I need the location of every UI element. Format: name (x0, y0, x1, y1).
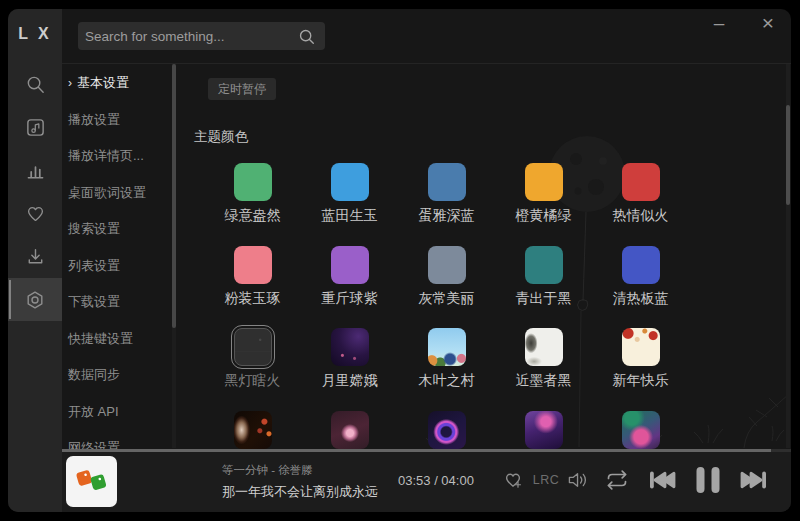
theme-swatch[interactable] (331, 411, 369, 449)
theme-name: 重斤球紫 (322, 291, 378, 305)
theme-name: 蓝田生玉 (322, 208, 378, 222)
settings-nav-item[interactable]: 下载设置 (62, 284, 174, 321)
settings-nav-label: 开放 API (68, 403, 119, 421)
favorites-icon (25, 203, 46, 224)
settings-icon (24, 289, 46, 311)
theme-swatch[interactable] (525, 411, 563, 449)
settings-nav-item[interactable]: 开放 API (62, 394, 174, 431)
close-button[interactable]: × (756, 11, 780, 35)
theme-swatch[interactable] (331, 246, 369, 284)
song-title: 等一分钟 - 徐誉滕 (222, 463, 313, 478)
music-library-icon (25, 117, 46, 138)
content-scrollbar-thumb[interactable] (786, 105, 790, 205)
leaderboard-icon (25, 160, 46, 181)
theme-item[interactable]: 重斤球紫 (301, 246, 398, 329)
sidebar: L X (8, 9, 62, 512)
theme-item[interactable]: 青出于黑 (495, 246, 592, 329)
settings-nav-label: 基本设置 (77, 74, 129, 92)
settings-nav-item[interactable]: 播放详情页... (62, 138, 174, 175)
theme-name: 新年快乐 (613, 373, 669, 387)
theme-swatch[interactable] (428, 163, 466, 201)
nav-scrollbar-thumb[interactable] (172, 64, 176, 328)
theme-swatch[interactable] (622, 328, 660, 366)
theme-item[interactable]: 绿意盎然 (204, 163, 301, 246)
theme-name: 月里嫦娥 (322, 373, 378, 387)
theme-item[interactable]: 蛋雅深蓝 (398, 163, 495, 246)
volume-icon[interactable] (566, 469, 591, 491)
settings-nav-item[interactable]: 搜索设置 (62, 211, 174, 248)
settings-nav-item[interactable]: 列表设置 (62, 248, 174, 285)
search-icon[interactable] (298, 28, 315, 45)
theme-swatch[interactable] (525, 328, 563, 366)
sidebar-item-favorites[interactable] (8, 192, 62, 235)
next-button[interactable] (738, 468, 770, 492)
theme-name: 清热板蓝 (613, 291, 669, 305)
sidebar-item-download[interactable] (8, 235, 62, 278)
settings-nav-item[interactable]: 数据同步 (62, 357, 174, 394)
timer-pause-button[interactable]: 定时暂停 (208, 78, 276, 100)
theme-swatch[interactable] (525, 163, 563, 201)
minimize-button[interactable]: – (707, 11, 731, 35)
app-logo: L X (8, 9, 62, 59)
theme-swatch[interactable] (234, 246, 272, 284)
chevron-right-icon: › (68, 76, 72, 90)
settings-nav-item[interactable]: ›基本设置 (62, 65, 174, 102)
theme-item[interactable]: 新年快乐 (592, 328, 689, 411)
lrc-button[interactable]: LRC (532, 473, 560, 487)
previous-button[interactable] (646, 468, 678, 492)
theme-name: 绿意盎然 (225, 208, 281, 222)
theme-name: 粉装玉琢 (225, 291, 281, 305)
sidebar-item-settings[interactable] (8, 278, 62, 321)
theme-swatch[interactable] (622, 163, 660, 201)
love-button[interactable] (503, 470, 523, 490)
settings-nav-item[interactable]: 播放设置 (62, 102, 174, 139)
pause-button[interactable] (695, 466, 721, 494)
sidebar-item-music-library[interactable] (8, 106, 62, 149)
theme-item[interactable]: 木叶之村 (398, 328, 495, 411)
download-icon (25, 246, 46, 267)
theme-item[interactable]: 粉装玉琢 (204, 246, 301, 329)
theme-swatch[interactable] (331, 163, 369, 201)
sidebar-item-leaderboard[interactable] (8, 149, 62, 192)
settings-nav-item[interactable]: 快捷键设置 (62, 321, 174, 358)
theme-item[interactable]: 蓝田生玉 (301, 163, 398, 246)
theme-swatch[interactable] (428, 411, 466, 449)
theme-swatch[interactable] (234, 163, 272, 201)
repeat-icon[interactable] (604, 469, 630, 491)
theme-swatch[interactable] (525, 246, 563, 284)
settings-nav-label: 播放设置 (68, 111, 120, 129)
theme-item[interactable]: 清热板蓝 (592, 246, 689, 329)
theme-item[interactable]: 灰常美丽 (398, 246, 495, 329)
theme-item[interactable]: 橙黄橘绿 (495, 163, 592, 246)
settings-nav-label: 播放详情页... (68, 147, 144, 165)
theme-name: 灰常美丽 (419, 291, 475, 305)
album-art[interactable] (66, 456, 117, 507)
theme-item[interactable]: 黑灯瞎火 (204, 328, 301, 411)
settings-nav-label: 数据同步 (68, 366, 120, 384)
theme-name: 木叶之村 (419, 373, 475, 387)
theme-item[interactable]: 近墨者黑 (495, 328, 592, 411)
theme-name: 橙黄橘绿 (516, 208, 572, 222)
theme-grid: 绿意盎然蓝田生玉蛋雅深蓝橙黄橘绿热情似火粉装玉琢重斤球紫灰常美丽青出于黑清热板蓝… (204, 163, 689, 494)
search-input[interactable]: Search for something... (78, 22, 325, 50)
theme-item[interactable]: 月里嫦娥 (301, 328, 398, 411)
player-bar: 等一分钟 - 徐誉滕 那一年我不会让离别成永远 03:53 / 04:00 LR… (62, 449, 791, 512)
settings-nav-item[interactable]: 桌面歌词设置 (62, 175, 174, 212)
time-display: 03:53 / 04:00 (398, 473, 474, 488)
theme-swatch[interactable] (622, 246, 660, 284)
theme-swatch-selected[interactable] (234, 328, 272, 366)
theme-item[interactable]: 热情似火 (592, 163, 689, 246)
theme-swatch[interactable] (331, 328, 369, 366)
theme-swatch[interactable] (622, 411, 660, 449)
theme-section-title: 主题颜色 (194, 128, 248, 146)
theme-swatch[interactable] (428, 246, 466, 284)
settings-nav: ›基本设置播放设置播放详情页...桌面歌词设置搜索设置列表设置下载设置快捷键设置… (62, 65, 174, 467)
theme-swatch[interactable] (428, 328, 466, 366)
sidebar-item-search[interactable] (8, 63, 62, 106)
theme-swatch[interactable] (234, 411, 272, 449)
theme-name: 青出于黑 (516, 291, 572, 305)
settings-nav-label: 搜索设置 (68, 220, 120, 238)
lyric-line: 那一年我不会让离别成永远 (222, 483, 378, 501)
theme-name: 黑灯瞎火 (225, 373, 281, 387)
theme-name: 蛋雅深蓝 (419, 208, 475, 222)
